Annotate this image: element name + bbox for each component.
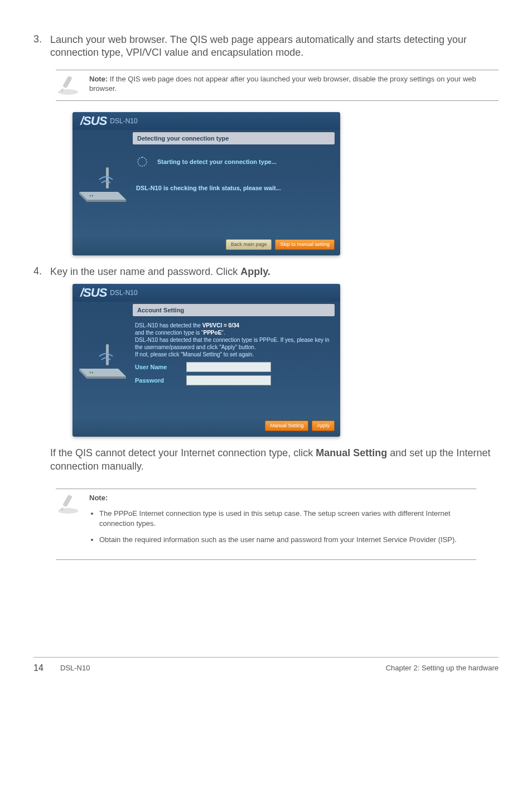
asus-logo: /SUS: [80, 114, 107, 128]
page-footer: 14 DSL-N10 Chapter 2: Setting up the har…: [33, 657, 499, 673]
note-2: Note: The PPPoE Internet connection type…: [56, 489, 476, 560]
svg-rect-6: [106, 167, 109, 189]
step-3-text: Launch your web browser. The QIS web pag…: [50, 33, 499, 60]
router-icon: [77, 340, 128, 380]
svg-point-7: [90, 195, 91, 196]
router-icon: [77, 163, 128, 203]
user-name-input[interactable]: [186, 362, 271, 372]
svg-rect-16: [62, 494, 72, 507]
panel1-spin-text: Starting to detect your connection type.…: [157, 158, 277, 165]
footer-model: DSL-N10: [60, 664, 90, 672]
note-1-text: Note: If the QIS web page does not appea…: [89, 75, 499, 94]
skip-manual-button[interactable]: Skip to manual setting: [275, 239, 335, 250]
svg-marker-3: [79, 192, 126, 200]
back-main-button[interactable]: Back main page: [226, 239, 272, 250]
qis-detect-panel: /SUS DSL-N10 Detecting your connection t…: [72, 112, 340, 255]
panel2-info: DSL-N10 has detected the VPI/VCI = 0/34 …: [133, 318, 335, 360]
step-4-num: 4.: [33, 265, 50, 278]
panel1-header: /SUS DSL-N10: [72, 112, 340, 130]
page-number: 14: [33, 663, 60, 673]
step-4-text: Key in the user name and password. Click…: [50, 265, 499, 278]
panel1-title: Detecting your connection type: [133, 132, 335, 144]
panel1-model: DSL-N10: [110, 117, 137, 125]
svg-marker-11: [87, 376, 126, 379]
panel2-title: Account Setting: [133, 304, 335, 316]
note-2-bullet-2: Obtain the required information such as …: [99, 535, 476, 545]
note-2-label: Note:: [89, 494, 108, 502]
password-label: Password: [135, 377, 186, 384]
manual-setting-button[interactable]: Manual Setting: [265, 421, 308, 431]
spinner-icon: [137, 157, 147, 167]
panel2-header: /SUS DSL-N10: [72, 284, 340, 302]
svg-rect-1: [62, 75, 72, 88]
svg-rect-12: [106, 344, 109, 365]
svg-point-13: [90, 371, 91, 373]
pencil-note-icon: [56, 492, 84, 515]
password-input[interactable]: [186, 375, 271, 385]
qis-account-panel: /SUS DSL-N10 Account Setting D: [72, 284, 340, 437]
svg-marker-5: [87, 200, 126, 202]
user-name-label: User Name: [135, 364, 186, 370]
asus-logo: /SUS: [80, 286, 107, 300]
svg-marker-9: [79, 369, 126, 376]
note-1: Note: If the QIS web page does not appea…: [56, 70, 499, 101]
note-2-bullet-1: The PPPoE Internet connection type is us…: [99, 509, 476, 528]
svg-point-14: [92, 371, 94, 373]
footer-chapter: Chapter 2: Setting up the hardware: [386, 664, 499, 672]
pencil-note-icon: [56, 74, 84, 96]
note-1-label: Note:: [89, 75, 108, 83]
panel1-status: DSL-N10 is checking the link status, ple…: [133, 180, 335, 194]
step-4: 4. Key in the user name and password. Cl…: [33, 265, 499, 278]
manual-setting-para: If the QIS cannot detect your Internet c…: [33, 447, 499, 473]
apply-button[interactable]: Apply: [312, 421, 335, 431]
step-3: 3. Launch your web browser. The QIS web …: [33, 33, 499, 60]
step-3-num: 3.: [33, 33, 50, 60]
panel2-model: DSL-N10: [110, 289, 137, 297]
svg-point-8: [92, 195, 94, 196]
